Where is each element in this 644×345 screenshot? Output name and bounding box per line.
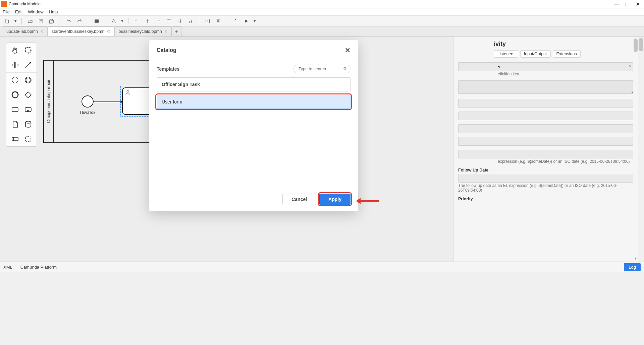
align-bottom-button[interactable] bbox=[187, 17, 194, 25]
follow-up-date-label: Follow Up Date bbox=[458, 168, 634, 172]
svg-point-5 bbox=[12, 92, 18, 98]
save-button[interactable] bbox=[37, 17, 45, 25]
undo-button[interactable] bbox=[65, 17, 72, 25]
textarea-field[interactable] bbox=[458, 80, 634, 94]
global-connect-tool-icon[interactable] bbox=[23, 60, 33, 70]
distribute-v-button[interactable] bbox=[215, 17, 222, 25]
redo-button[interactable] bbox=[76, 17, 83, 25]
window-close-button[interactable]: ✕ bbox=[636, 1, 640, 7]
tab-label: update-lab.bpmn bbox=[6, 29, 38, 34]
template-search-input[interactable] bbox=[293, 65, 351, 73]
generic-input-1[interactable] bbox=[458, 99, 634, 108]
properties-heading: ivity bbox=[453, 37, 638, 50]
align-right-button[interactable] bbox=[155, 17, 162, 25]
follow-up-date-input[interactable] bbox=[458, 174, 634, 183]
gateway-icon[interactable] bbox=[23, 90, 33, 99]
new-file-dropdown-icon[interactable]: ▾ bbox=[14, 17, 17, 25]
template-item-officer-sign-task[interactable]: Officer Sign Task bbox=[157, 77, 351, 91]
close-icon[interactable]: × bbox=[165, 29, 167, 34]
hand-tool-icon[interactable] bbox=[10, 46, 20, 55]
start-event-shape[interactable] bbox=[82, 95, 94, 108]
status-xml[interactable]: XML bbox=[3, 265, 12, 270]
svg-point-9 bbox=[25, 121, 31, 123]
svg-point-12 bbox=[127, 90, 129, 92]
sequence-flow-arrow[interactable] bbox=[94, 101, 122, 102]
align-center-v-button[interactable] bbox=[176, 17, 183, 25]
clear-icon[interactable]: × bbox=[629, 64, 632, 69]
tab-starteventbussineskey[interactable]: starteventbussineskey.bpmn bbox=[47, 26, 115, 36]
properties-scrollbar[interactable]: ▼ bbox=[633, 37, 638, 262]
participant-icon[interactable] bbox=[10, 134, 20, 144]
subprocess-icon[interactable] bbox=[23, 105, 33, 114]
window-maximize-button[interactable]: ◻ bbox=[625, 1, 630, 7]
element-palette bbox=[6, 43, 37, 147]
definition-key-input[interactable] bbox=[458, 62, 634, 71]
template-item-label: Officer Sign Task bbox=[162, 82, 200, 87]
template-item-user-form[interactable]: User form bbox=[157, 95, 351, 109]
distribute-h-button[interactable] bbox=[204, 17, 211, 25]
new-file-button[interactable] bbox=[3, 17, 11, 25]
tab-label: starteventbussineskey.bpmn bbox=[52, 29, 105, 34]
svg-rect-7 bbox=[25, 108, 31, 112]
search-icon bbox=[343, 67, 347, 72]
scroll-thumb[interactable] bbox=[634, 39, 638, 52]
lasso-tool-icon[interactable] bbox=[23, 46, 33, 55]
run-dropdown-icon[interactable]: ▾ bbox=[253, 17, 256, 25]
end-event-thick-icon[interactable] bbox=[23, 75, 33, 85]
menu-help[interactable]: Help bbox=[49, 9, 58, 14]
svg-rect-0 bbox=[95, 19, 99, 22]
generic-input-3[interactable] bbox=[458, 124, 634, 133]
window-title: Camunda Modeler bbox=[9, 2, 611, 6]
user-task-icon bbox=[125, 89, 131, 95]
status-bar: XML Camunda Platform Log bbox=[0, 262, 644, 272]
tab-update-lab[interactable]: update-lab.bpmn × bbox=[2, 26, 48, 36]
start-event-thin-icon[interactable] bbox=[10, 75, 20, 85]
tab-listeners[interactable]: Listeners bbox=[494, 50, 518, 58]
tab-input-output[interactable]: Input/Output bbox=[520, 50, 551, 58]
document-tabs: update-lab.bpmn × starteventbussineskey.… bbox=[0, 26, 644, 37]
scroll-down-icon[interactable]: ▼ bbox=[633, 257, 638, 260]
svg-rect-6 bbox=[12, 108, 18, 112]
start-event-label: Початок bbox=[77, 110, 98, 115]
task-icon[interactable] bbox=[10, 105, 20, 114]
svg-point-4 bbox=[26, 78, 30, 82]
log-button[interactable]: Log bbox=[624, 263, 641, 271]
generic-input-4[interactable] bbox=[458, 137, 634, 146]
menu-file[interactable]: File bbox=[3, 9, 10, 14]
color-button[interactable] bbox=[110, 17, 117, 25]
group-icon[interactable] bbox=[23, 134, 33, 144]
align-top-button[interactable] bbox=[165, 17, 173, 25]
generic-input-5[interactable] bbox=[458, 150, 634, 158]
main-scrollbar[interactable] bbox=[638, 37, 644, 262]
window-minimize-button[interactable]: — bbox=[614, 1, 619, 7]
data-store-icon[interactable] bbox=[23, 120, 33, 129]
image-button[interactable] bbox=[93, 17, 100, 25]
space-tool-icon[interactable] bbox=[10, 60, 20, 70]
new-tab-button[interactable]: + bbox=[171, 26, 181, 36]
svg-point-13 bbox=[344, 67, 346, 69]
generic-input-2[interactable] bbox=[458, 112, 634, 120]
open-file-button[interactable] bbox=[26, 17, 34, 25]
menu-edit[interactable]: Edit bbox=[15, 9, 22, 14]
deploy-button[interactable] bbox=[232, 17, 239, 25]
align-left-button[interactable] bbox=[133, 17, 141, 25]
close-icon[interactable]: × bbox=[41, 29, 43, 34]
color-dropdown-icon[interactable]: ▾ bbox=[121, 17, 123, 25]
data-object-icon[interactable] bbox=[10, 120, 20, 129]
status-platform[interactable]: Camunda Platform bbox=[20, 265, 57, 270]
cancel-button[interactable]: Cancel bbox=[282, 194, 316, 205]
properties-panel: ivity Listeners Input/Output Extensions … bbox=[453, 37, 638, 262]
align-center-h-button[interactable] bbox=[144, 17, 151, 25]
tab-extensions[interactable]: Extensions bbox=[553, 50, 581, 58]
scroll-thumb[interactable] bbox=[639, 38, 643, 51]
run-button[interactable] bbox=[243, 17, 250, 25]
lane-header[interactable]: Створення лабораторії bbox=[44, 61, 54, 142]
menu-window[interactable]: Window bbox=[28, 9, 43, 14]
priority-label: Priority bbox=[458, 197, 634, 201]
apply-button[interactable]: Apply bbox=[319, 194, 351, 205]
app-icon: ! bbox=[1, 1, 7, 7]
intermediate-event-icon[interactable] bbox=[10, 90, 20, 99]
modal-close-button[interactable]: ✕ bbox=[345, 46, 351, 54]
save-all-button[interactable] bbox=[48, 17, 55, 25]
tab-bussineskeychild[interactable]: bussineskeychild.bpmn × bbox=[114, 26, 172, 36]
